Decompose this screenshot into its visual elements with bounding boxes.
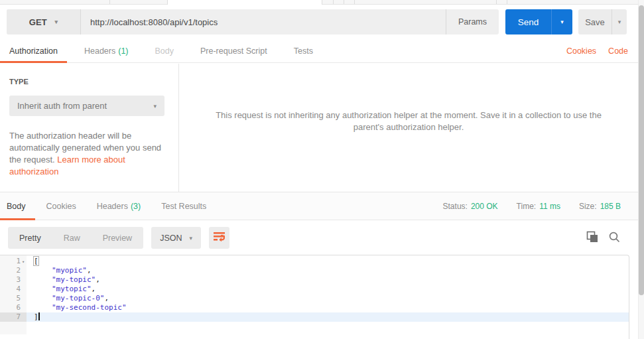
save-button-group: Save ▾ <box>578 9 627 34</box>
line-number: 1▾ <box>0 257 27 266</box>
json-punctuation: , <box>87 266 92 275</box>
size-badge: Size:185 B <box>579 202 621 211</box>
line-text: "myopic", <box>27 266 92 275</box>
method-dropdown[interactable]: GET ▾ <box>7 9 81 34</box>
code-lines: 1▾ [ 2 "myopic", 3 "my-topic", 4 "mytopi… <box>0 255 629 322</box>
tab-separator <box>354 0 355 4</box>
auth-type-select[interactable]: Inherit auth from parent ▾ <box>9 96 164 116</box>
authorization-panel: TYPE Inherit auth from parent ▾ The auth… <box>0 64 638 192</box>
json-punctuation: ] <box>34 312 38 321</box>
matched-bracket: [ <box>33 256 39 266</box>
tab-separator <box>344 0 344 4</box>
copy-button[interactable] <box>586 231 598 245</box>
request-url-bar: GET ▾ Params <box>7 9 499 34</box>
save-button[interactable]: Save <box>578 9 612 34</box>
scrollbar-thumb[interactable] <box>639 5 644 295</box>
authorization-preview: This request is not inheriting any autho… <box>179 64 638 192</box>
active-response-tab-underline <box>0 218 35 220</box>
search-button[interactable] <box>608 231 620 245</box>
auth-description: The authorization header will be automat… <box>9 130 164 178</box>
line-number: 6 <box>0 303 27 312</box>
fold-toggle-icon[interactable]: ▾ <box>22 257 25 267</box>
tab-authorization[interactable]: Authorization <box>9 46 58 56</box>
page-scrollbar <box>638 0 644 339</box>
tab-separator <box>507 0 507 4</box>
active-tab-segment <box>167 0 322 5</box>
tab-tests[interactable]: Tests <box>294 46 313 56</box>
view-mode-pretty[interactable]: Pretty <box>8 234 52 243</box>
time-badge: Time:11 ms <box>517 202 560 211</box>
request-tab-bar: Authorization Headers(1) Body Pre-reques… <box>0 40 638 63</box>
json-punctuation: , <box>104 294 109 303</box>
tab-pre-request-script[interactable]: Pre-request Script <box>200 46 267 56</box>
json-string: "my-second-topic" <box>52 303 127 312</box>
size-label: Size: <box>579 202 597 211</box>
line-text: "my-second-topic" <box>27 303 127 312</box>
response-headers-label: Headers <box>97 202 128 211</box>
line-number: 2 <box>0 266 27 275</box>
send-dropdown-button[interactable]: ▾ <box>551 9 572 34</box>
wrap-lines-icon <box>214 232 225 244</box>
tab-separator <box>109 0 110 4</box>
response-toolbar: Pretty Raw Preview JSON ▾ <box>0 221 638 255</box>
format-value: JSON <box>160 234 182 243</box>
response-headers-count-badge: (3) <box>131 202 141 211</box>
code-line: 3 "my-topic", <box>0 275 629 285</box>
json-string: "myopic" <box>52 266 87 275</box>
line-number: 5 <box>0 294 27 303</box>
code-line-active: 7 ] <box>0 312 629 322</box>
code-line: 6 "my-second-topic" <box>0 303 629 312</box>
json-punctuation: , <box>96 275 100 284</box>
response-actions <box>586 231 638 245</box>
chevron-down-icon: ▾ <box>55 19 58 25</box>
auth-helper-message: This request is not inheriting any autho… <box>206 109 611 133</box>
wrap-lines-button[interactable] <box>209 227 229 249</box>
chevron-down-icon: ▾ <box>560 19 564 25</box>
tab-separator <box>496 0 497 4</box>
line-number: 3 <box>0 275 27 285</box>
code-line: 1▾ [ <box>0 257 629 266</box>
params-button[interactable]: Params <box>446 9 499 34</box>
status-label: Status: <box>443 202 468 211</box>
cookies-link[interactable]: Cookies <box>566 46 596 56</box>
chevron-down-icon: ▾ <box>153 103 157 109</box>
response-meta: Status:200 OK Time:11 ms Size:185 B <box>443 202 638 211</box>
view-mode-switch: Pretty Raw Preview <box>8 227 143 249</box>
line-text: "mytopic", <box>27 285 96 294</box>
view-mode-raw[interactable]: Raw <box>52 234 92 243</box>
tab-response-headers[interactable]: Headers(3) <box>97 202 141 211</box>
line-text: "my-topic-0", <box>27 294 109 303</box>
view-mode-preview[interactable]: Preview <box>92 234 143 243</box>
status-value: 200 OK <box>471 202 498 211</box>
line-text: [ <box>27 257 38 266</box>
format-dropdown[interactable]: JSON ▾ <box>151 227 201 249</box>
tab-body[interactable]: Body <box>155 46 174 56</box>
line-number: 4 <box>0 285 27 294</box>
line-number-text: 1 <box>16 257 21 265</box>
line-number: 7 <box>0 312 27 322</box>
auth-type-value: Inherit auth from parent <box>17 101 107 111</box>
response-body-editor[interactable]: 1▾ [ 2 "myopic", 3 "my-topic", 4 "mytopi… <box>0 255 629 339</box>
copy-icon <box>586 231 598 245</box>
tab-test-results[interactable]: Test Results <box>161 202 206 211</box>
tab-response-cookies[interactable]: Cookies <box>46 202 76 211</box>
line-text: "my-topic", <box>27 275 100 285</box>
tab-headers-label: Headers <box>84 46 115 56</box>
code-link[interactable]: Code <box>608 46 628 56</box>
search-icon <box>608 231 620 245</box>
send-button-group: Send ▾ <box>505 9 572 34</box>
send-button[interactable]: Send <box>505 9 551 34</box>
chevron-down-icon: ▾ <box>618 19 621 25</box>
code-line: 2 "myopic", <box>0 266 629 275</box>
size-value: 185 B <box>600 202 621 211</box>
line-text: ] <box>27 312 40 322</box>
tab-response-body[interactable]: Body <box>7 202 26 211</box>
request-links: Cookies Code <box>566 46 628 56</box>
save-dropdown-button[interactable]: ▾ <box>612 9 627 34</box>
tab-separator <box>333 0 334 4</box>
status-badge: Status:200 OK <box>443 202 498 211</box>
tab-headers[interactable]: Headers(1) <box>84 46 129 56</box>
url-input[interactable] <box>81 9 446 34</box>
json-string: "mytopic" <box>52 285 92 293</box>
text-cursor <box>38 312 40 320</box>
